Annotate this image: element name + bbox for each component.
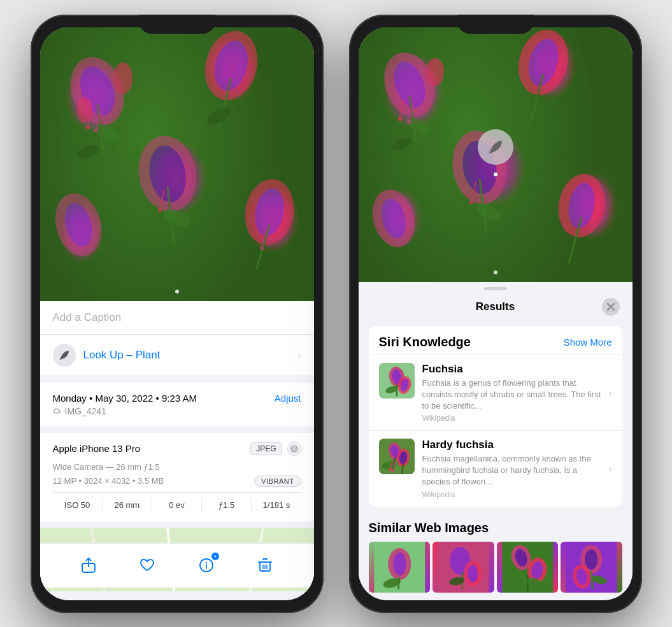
leaf-visual-icon bbox=[486, 137, 505, 157]
favorite-button[interactable] bbox=[133, 551, 161, 579]
svg-point-2 bbox=[113, 62, 132, 94]
knowledge-item-2[interactable]: Hardy fuchsia Fuchsia magellanica, commo… bbox=[369, 430, 622, 507]
hardy-fuchsia-thumb-image bbox=[379, 439, 415, 474]
metadata-section: Monday • May 30, 2022 • 9:23 AM Adjust I… bbox=[40, 383, 314, 426]
phone-2: Results Siri Knowledge Show More bbox=[349, 15, 642, 613]
visual-search-button[interactable] bbox=[478, 129, 513, 165]
heart-icon bbox=[139, 557, 155, 574]
results-sheet: Results Siri Knowledge Show More bbox=[359, 282, 633, 600]
svg-point-104 bbox=[393, 553, 406, 575]
photo-area-2 bbox=[359, 27, 633, 282]
svg-point-101 bbox=[392, 470, 394, 472]
siri-knowledge-title: Siri Knowledge bbox=[379, 335, 471, 349]
jpeg-badge: JPEG bbox=[250, 442, 282, 455]
filename-label: IMG_4241 bbox=[65, 406, 106, 416]
page-indicator bbox=[175, 290, 179, 293]
knowledge-item-1[interactable]: Fuchsia Fuchsia is a genus of flowering … bbox=[369, 355, 622, 431]
device-badges: JPEG bbox=[250, 442, 301, 456]
results-header: Results bbox=[359, 290, 633, 321]
page-indicator-2 bbox=[494, 271, 497, 274]
photo-spec-row: 12 MP • 3024 × 4032 • 3.5 MB VIBRANT bbox=[53, 476, 301, 487]
hardy-fuchsia-thumbnail bbox=[379, 439, 415, 474]
sparkle-info-icon bbox=[198, 557, 215, 574]
aperture-value: ƒ1.5 bbox=[202, 498, 252, 512]
svg-point-3 bbox=[77, 97, 92, 123]
share-icon bbox=[80, 557, 97, 574]
phone-1: Add a Caption Look Up – Plant bbox=[31, 15, 324, 613]
fuchsia-thumbnail bbox=[379, 363, 415, 398]
ev-value: 0 ev bbox=[152, 498, 202, 512]
fuchsia-title: Fuchsia bbox=[422, 363, 601, 376]
fuchsia-chevron: › bbox=[609, 388, 612, 398]
similar-section: Similar Web Images bbox=[359, 512, 633, 598]
svg-point-99 bbox=[389, 468, 392, 471]
caption-placeholder: Add a Caption bbox=[53, 311, 122, 323]
camera-settings-icon[interactable] bbox=[287, 442, 301, 456]
side-button-vol-down bbox=[31, 187, 31, 228]
info-button[interactable] bbox=[192, 551, 220, 579]
svg-point-19 bbox=[204, 104, 232, 128]
focal-length: 26 mm bbox=[103, 498, 152, 512]
cloud-icon bbox=[53, 407, 62, 416]
svg-point-58 bbox=[426, 58, 444, 86]
svg-point-17 bbox=[75, 142, 101, 160]
adjust-button[interactable]: Adjust bbox=[275, 393, 301, 404]
phone2-side-mute bbox=[349, 104, 350, 126]
photo-spec: 12 MP • 3024 × 4032 • 3.5 MB bbox=[53, 476, 164, 486]
phone2-side-power bbox=[641, 139, 642, 196]
close-icon bbox=[606, 302, 615, 311]
svg-point-122 bbox=[585, 549, 597, 570]
home-bar-2 bbox=[457, 603, 534, 607]
location-row: IMG_4241 bbox=[53, 406, 301, 416]
svg-point-21 bbox=[86, 125, 90, 129]
svg-point-27 bbox=[260, 246, 264, 250]
siri-knowledge-section: Siri Knowledge Show More bbox=[369, 326, 622, 507]
photo-area bbox=[40, 27, 314, 301]
phone2-screen: Results Siri Knowledge Show More bbox=[359, 27, 633, 600]
main-container: Add a Caption Look Up – Plant bbox=[18, 2, 655, 626]
hardy-fuchsia-content: Hardy fuchsia Fuchsia magellanica, commo… bbox=[422, 439, 601, 499]
similar-image-1[interactable] bbox=[369, 542, 431, 593]
similar-image-2[interactable] bbox=[433, 542, 494, 593]
device-row: Apple iPhone 13 Pro JPEG bbox=[53, 442, 301, 456]
siri-header: Siri Knowledge Show More bbox=[369, 326, 622, 355]
side-button-power bbox=[323, 139, 324, 196]
svg-point-73 bbox=[475, 201, 503, 223]
leaf-icon bbox=[58, 349, 71, 362]
results-title: Results bbox=[389, 300, 602, 313]
similar-image-4[interactable] bbox=[561, 542, 622, 593]
aperture-icon bbox=[290, 444, 299, 453]
close-button[interactable] bbox=[602, 298, 620, 316]
caption-area[interactable]: Add a Caption bbox=[40, 301, 314, 335]
fuchsia-content: Fuchsia Fuchsia is a genus of flowering … bbox=[422, 363, 601, 423]
side-button-vol-up bbox=[31, 139, 31, 180]
svg-point-77 bbox=[407, 120, 411, 124]
svg-point-79 bbox=[469, 201, 473, 204]
svg-point-71 bbox=[406, 115, 431, 137]
svg-point-75 bbox=[398, 117, 402, 121]
side-button-mute bbox=[31, 104, 31, 126]
date-row: Monday • May 30, 2022 • 9:23 AM Adjust bbox=[53, 393, 301, 404]
share-button[interactable] bbox=[75, 551, 103, 579]
show-more-button[interactable]: Show More bbox=[564, 337, 612, 348]
svg-point-72 bbox=[390, 136, 413, 152]
hardy-fuchsia-desc: Fuchsia magellanica, commonly known as t… bbox=[422, 453, 601, 488]
phone1-screen: Add a Caption Look Up – Plant bbox=[40, 27, 314, 600]
phone-notch bbox=[139, 15, 215, 34]
delete-button[interactable] bbox=[251, 551, 279, 579]
phone2-side-vol-up bbox=[349, 139, 350, 180]
device-name: Apple iPhone 13 Pro bbox=[53, 443, 141, 454]
phone2-notch bbox=[457, 15, 534, 34]
lookup-label: Look Up – Plant bbox=[83, 349, 161, 362]
similar-image-3[interactable] bbox=[497, 542, 559, 593]
lookup-icon-container bbox=[53, 344, 76, 367]
home-bar bbox=[139, 603, 215, 607]
lookup-chevron: › bbox=[298, 350, 301, 360]
vibrant-badge: VIBRANT bbox=[254, 476, 301, 487]
svg-point-110 bbox=[468, 565, 478, 582]
trash-icon bbox=[257, 557, 273, 574]
fuchsia-desc: Fuchsia is a genus of flowering plants t… bbox=[422, 377, 601, 412]
shutter-speed: 1/181 s bbox=[252, 498, 301, 512]
lookup-row[interactable]: Look Up – Plant › bbox=[40, 335, 314, 376]
fuchsia-source: Wikipedia bbox=[422, 414, 601, 423]
